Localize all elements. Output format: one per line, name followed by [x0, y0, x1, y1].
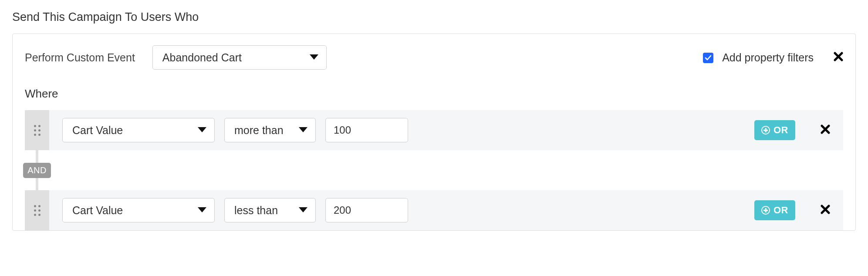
filter-value-input[interactable] [325, 198, 408, 222]
chevron-down-icon [198, 127, 206, 133]
filter-operator-value: less than [234, 204, 278, 217]
plus-circle-icon [761, 206, 770, 215]
chevron-down-icon [310, 54, 318, 61]
add-or-condition-button[interactable]: OR [754, 200, 795, 220]
filter-property-value: Cart Value [72, 124, 123, 137]
and-joiner-chip: AND [23, 163, 51, 178]
or-button-label: OR [773, 205, 788, 216]
chevron-down-icon [198, 207, 206, 213]
filter-property-select[interactable]: Cart Value [62, 118, 215, 142]
drag-icon [34, 125, 41, 136]
remove-filter-button[interactable] [821, 124, 830, 136]
filter-drag-handle[interactable] [25, 190, 49, 230]
filter-operator-select[interactable]: less than [224, 198, 316, 222]
filter-joiner: AND [13, 150, 855, 190]
add-or-condition-button[interactable]: OR [754, 120, 795, 140]
filter-drag-handle[interactable] [25, 110, 49, 150]
where-label: Where [25, 87, 843, 101]
plus-circle-icon [761, 126, 770, 135]
chevron-down-icon [299, 207, 307, 213]
filter-row: Cart Value more than [13, 110, 855, 150]
page-title: Send This Campaign To Users Who [12, 10, 856, 24]
filter-operator-value: more than [234, 124, 284, 137]
chevron-down-icon [299, 127, 307, 133]
filter-rules-area: Cart Value more than [13, 110, 855, 230]
segmentation-panel: Perform Custom Event Abandoned Cart Add … [12, 34, 856, 231]
or-button-label: OR [773, 125, 788, 136]
remove-event-trigger-button[interactable] [834, 51, 843, 64]
add-property-filters-label: Add property filters [722, 51, 814, 64]
filter-value-input[interactable] [325, 118, 408, 142]
drag-icon [34, 205, 41, 216]
add-property-filters-checkbox[interactable] [703, 53, 713, 63]
filter-operator-select[interactable]: more than [224, 118, 316, 142]
filter-property-value: Cart Value [72, 204, 123, 217]
remove-filter-button[interactable] [821, 204, 830, 216]
filter-property-select[interactable]: Cart Value [62, 198, 215, 222]
custom-event-select-value: Abandoned Cart [162, 51, 242, 64]
filter-row: Cart Value less than [13, 190, 855, 230]
perform-custom-event-label: Perform Custom Event [25, 51, 135, 64]
custom-event-select[interactable]: Abandoned Cart [152, 45, 327, 70]
